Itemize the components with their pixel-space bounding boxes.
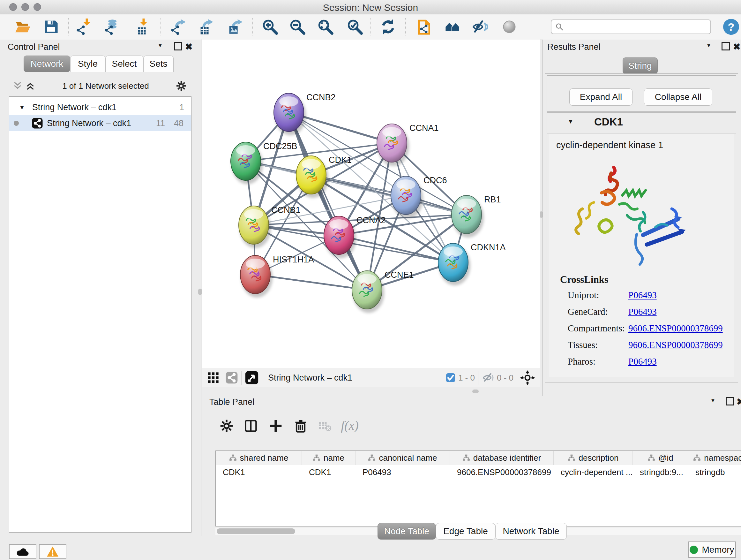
network-node-count: 11	[156, 118, 165, 128]
network-home-icon[interactable]	[442, 17, 463, 37]
column-header-name[interactable]: name	[302, 451, 355, 465]
tab-select[interactable]: Select	[105, 56, 143, 72]
zoom-fit-icon[interactable]	[315, 17, 336, 37]
network-node-CCNE1[interactable]: CCNE1	[352, 270, 414, 313]
network-node-RB1[interactable]: RB1	[452, 195, 501, 238]
toolbar-separator	[253, 18, 253, 36]
refresh-icon[interactable]	[378, 17, 398, 37]
share-document-icon[interactable]	[414, 17, 434, 37]
hidden-count: 0 - 0	[497, 373, 514, 383]
scrollbar-thumb[interactable]	[217, 528, 295, 534]
collapse-all-button[interactable]: Collapse All	[644, 88, 712, 106]
open-session-icon[interactable]	[12, 17, 33, 37]
bottom-splitter-handle[interactable]	[472, 389, 479, 393]
node-label-CDKN1A: CDKN1A	[471, 243, 506, 252]
fit-content-crosshair-icon[interactable]	[520, 370, 535, 385]
network-node-CDC25B[interactable]: CDC25B	[231, 141, 297, 184]
tab-string[interactable]: String	[623, 57, 658, 74]
results-panel-float-icon[interactable]	[722, 42, 730, 52]
gene-details: cyclin-dependent kinase 1	[549, 134, 734, 377]
grid-view-icon[interactable]	[207, 371, 219, 384]
column-header-description[interactable]: description	[554, 451, 633, 465]
show-column-icon[interactable]	[241, 416, 261, 436]
column-header-canonical-name[interactable]: canonical name	[355, 451, 450, 465]
collapse-all-icon[interactable]	[12, 80, 23, 91]
network-node-CDK1[interactable]: CDK1	[296, 155, 352, 198]
table-panel-body: f(x) shared namenamecanonical namedataba…	[207, 410, 739, 522]
export-network-icon[interactable]	[168, 17, 188, 37]
network-node-CCNA1[interactable]: CCNA1	[377, 123, 439, 166]
crosslink-value-tissues[interactable]: 9606.ENSP00000378699	[628, 340, 723, 350]
cloud-button[interactable]	[9, 544, 37, 559]
table-panel-float-icon[interactable]	[726, 397, 734, 407]
tab-style[interactable]: Style	[70, 56, 105, 72]
import-network-icon[interactable]	[73, 17, 94, 37]
export-table-icon[interactable]	[195, 17, 216, 37]
cell--id: stringdb:9...	[633, 468, 688, 477]
memory-status-dot	[690, 546, 698, 554]
hidden-eye-icon[interactable]	[482, 371, 494, 384]
column-header-namespace[interactable]: namespace	[688, 451, 741, 465]
column-header-shared-name[interactable]: shared name	[216, 451, 302, 465]
network-collection-row[interactable]: ▼ String Network – cdk1 1	[9, 99, 191, 115]
crosslink-label-compartments: Compartments:	[568, 323, 625, 334]
zoom-out-icon[interactable]	[287, 17, 308, 37]
show-panel-icon[interactable]	[499, 17, 520, 37]
control-panel-close-icon[interactable]: ✖	[185, 42, 192, 52]
tab-sets[interactable]: Sets	[143, 56, 174, 72]
search-input[interactable]	[564, 22, 703, 32]
column-header-database-identifier[interactable]: database identifier	[450, 451, 554, 465]
expand-all-icon[interactable]	[25, 80, 36, 91]
network-node-CDKN1A[interactable]: CDKN1A	[438, 243, 506, 286]
function-builder-icon: f(x)	[340, 415, 360, 435]
network-node-CCNB2[interactable]: CCNB2	[274, 92, 336, 135]
add-column-icon[interactable]	[266, 416, 286, 436]
table-panel-menu-icon[interactable]: ▼	[711, 398, 716, 403]
gene-expander-icon[interactable]: ▼	[567, 118, 574, 125]
tab-network[interactable]: Network	[23, 56, 70, 72]
table-row[interactable]: CDK1CDK1P064939606.ENSP00000378699cyclin…	[216, 465, 741, 479]
table-settings-gear-icon[interactable]	[217, 416, 237, 436]
network-row[interactable]: String Network – cdk1 11 48	[9, 115, 191, 131]
results-panel-close-icon[interactable]: ✖	[733, 42, 740, 52]
delete-column-trash-icon[interactable]	[291, 416, 311, 436]
selected-checkbox-icon[interactable]	[446, 373, 456, 383]
crosslink-value-genecard[interactable]: P06493	[628, 307, 657, 317]
column-header--id[interactable]: @id	[633, 451, 688, 465]
collection-expander-icon[interactable]: ▼	[19, 104, 25, 111]
table-panel-close-icon[interactable]: ✖	[737, 396, 741, 407]
node-label-CCNB1: CCNB1	[271, 205, 300, 215]
crosslink-value-compartments[interactable]: 9606.ENSP00000378699	[628, 323, 723, 334]
import-table-icon[interactable]	[130, 17, 151, 37]
table-panel: Table Panel ▼ ✖ f(x) shared namenamecano…	[202, 396, 741, 543]
save-session-icon[interactable]	[41, 17, 61, 37]
table-panel-title: Table Panel	[209, 397, 254, 407]
node-table[interactable]: shared namenamecanonical namedatabase id…	[215, 450, 741, 526]
hide-unhide-icon[interactable]	[470, 17, 490, 37]
zoom-in-icon[interactable]	[260, 17, 280, 37]
tab-edge-table[interactable]: Edge Table	[436, 523, 495, 540]
crosslink-value-uniprot[interactable]: P06493	[628, 290, 657, 300]
expand-all-button[interactable]: Expand All	[569, 88, 632, 106]
birds-eye-view-icon[interactable]	[245, 371, 259, 385]
export-image-icon[interactable]	[225, 17, 245, 37]
tab-node-table[interactable]: Node Table	[378, 523, 436, 540]
network-options-gear-icon[interactable]	[176, 80, 187, 91]
search-box[interactable]	[551, 19, 711, 34]
tab-network-table[interactable]: Network Table	[495, 523, 567, 540]
help-button[interactable]: ?	[723, 19, 739, 35]
zoom-selected-icon[interactable]	[345, 17, 365, 37]
network-node-CDC6[interactable]: CDC6	[391, 176, 447, 219]
control-panel-float-icon[interactable]	[174, 42, 182, 52]
network-node-HIST1H1A[interactable]: HIST1H1A	[240, 255, 314, 298]
memory-button[interactable]: Memory	[688, 542, 736, 558]
cell-namespace: stringdb	[688, 468, 741, 477]
control-panel-menu-icon[interactable]: ▼	[158, 43, 163, 49]
crosslink-value-pharos[interactable]: P06493	[628, 356, 657, 367]
results-panel-menu-icon[interactable]: ▼	[706, 43, 711, 49]
network-view-canvas[interactable]: CCNB2CCNA1CDC25BCDK1CDC6RB1CCNB1CCNA2CDK…	[202, 40, 540, 368]
string-view-icon[interactable]	[225, 371, 238, 384]
status-bar: Memory	[0, 543, 741, 560]
warning-button[interactable]	[39, 544, 66, 559]
import-network-database-icon[interactable]	[102, 17, 122, 37]
